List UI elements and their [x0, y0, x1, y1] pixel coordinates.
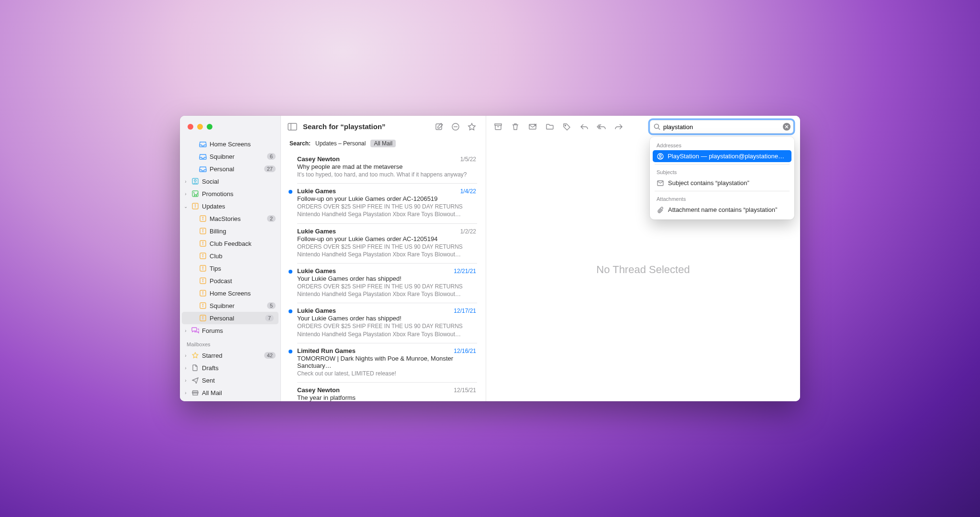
compose-button[interactable]	[434, 121, 445, 132]
mailboxes-header: Mailboxes	[180, 337, 280, 349]
folder-icon	[199, 302, 207, 309]
message-row[interactable]: Casey Newton12/15/21The year in platform…	[281, 382, 486, 401]
sidebar-item-updates-club[interactable]: Club	[180, 250, 280, 262]
message-sender: Limited Run Games	[297, 347, 454, 354]
sidebar-item-label: Club Feedback	[210, 240, 276, 247]
folder-icon	[191, 352, 199, 359]
sidebar-item-updates-club-feedback[interactable]: Club Feedback	[180, 237, 280, 250]
tag-button[interactable]	[562, 121, 572, 132]
sidebar-item-home-screens[interactable]: Home Screens	[180, 138, 280, 150]
sidebar-item-updates-personal[interactable]: Personal7	[182, 312, 278, 324]
sidebar-item-updates-podcast[interactable]: Podcast	[180, 275, 280, 287]
svg-rect-40	[495, 124, 501, 125]
sidebar-item-label: Club	[210, 253, 276, 260]
message-row[interactable]: Lukie Games12/21/21Your Lukie Games orde…	[281, 263, 486, 303]
message-sender: Lukie Games	[297, 228, 460, 235]
message-sender: Lukie Games	[297, 267, 454, 275]
folder-icon	[191, 177, 199, 185]
sidebar-item-drafts[interactable]: ›Drafts	[180, 362, 280, 374]
sidebar-item-updates-billing[interactable]: Billing	[180, 225, 280, 237]
search-container	[650, 120, 793, 133]
folder-icon	[191, 376, 199, 384]
sidebar-item-updates-home-screens[interactable]: Home Screens	[180, 287, 280, 299]
sidebar-item-social[interactable]: ›Social	[180, 175, 280, 187]
disclosure-icon: ⌄	[183, 204, 189, 209]
reply-button[interactable]	[579, 121, 590, 132]
suggestion-subject-contains[interactable]: Subject contains “playstation”	[653, 177, 791, 189]
message-row[interactable]: Lukie Games1/4/22Follow-up on your Lukie…	[281, 183, 486, 223]
disclosure-icon: ›	[183, 390, 189, 396]
sidebar-item-updates-macstories[interactable]: MacStories2	[180, 212, 280, 225]
unread-badge: 42	[264, 352, 276, 359]
sidebar-item-personal[interactable]: Personal27	[180, 163, 280, 175]
paperclip-icon	[657, 207, 664, 213]
svg-point-33	[202, 317, 203, 317]
sidebar-item-label: Squibner	[210, 302, 264, 309]
flag-button[interactable]	[467, 121, 477, 132]
svg-point-9	[202, 217, 203, 218]
sidebar-list: Home ScreensSquibner6Personal27›Social›P…	[180, 138, 280, 401]
sidebar-item-updates-squibner[interactable]: Squibner5	[180, 299, 280, 312]
disclosure-icon: ›	[183, 179, 189, 184]
window-controls	[180, 116, 280, 138]
folder-icon	[199, 153, 207, 160]
sidebar-item-squibner[interactable]: Squibner6	[180, 150, 280, 163]
unread-badge: 27	[264, 165, 276, 172]
suggestion-attachment-contains[interactable]: Attachment name contains “playstation”	[653, 204, 791, 216]
sidebar-item-promotions[interactable]: ›Promotions	[180, 187, 280, 200]
message-list-pane: Search for “playstation” Search: Updates…	[280, 116, 486, 401]
minimize-window-button[interactable]	[197, 124, 203, 130]
move-button[interactable]	[545, 121, 555, 132]
sidebar-item-forums[interactable]: ›Forums	[180, 324, 280, 337]
sidebar-item-updates-tips[interactable]: Tips	[180, 262, 280, 275]
message-row[interactable]: Limited Run Games12/16/21TOMORROW | Dark…	[281, 343, 486, 382]
message-list: Casey Newton1/5/22Why people are mad at …	[281, 151, 486, 401]
sidebar-item-label: Starred	[202, 352, 261, 359]
message-preview: ORDERS OVER $25 SHIP FREE IN THE US 90 D…	[297, 283, 476, 298]
clear-search-button[interactable]	[783, 123, 791, 131]
svg-point-46	[655, 124, 659, 129]
sidebar-item-label: Tips	[210, 265, 276, 272]
forward-button[interactable]	[613, 121, 624, 132]
archive-button[interactable]	[493, 121, 503, 132]
sidebar-item-label: Billing	[210, 228, 276, 235]
suggestion-address-playstation[interactable]: PlayStation — playstation@playstationema…	[653, 150, 791, 162]
unread-dot-icon	[289, 309, 292, 313]
scope-updates-personal[interactable]: Updates – Personal	[315, 140, 366, 147]
sidebar-item-all-mail[interactable]: ›All Mail	[180, 386, 280, 399]
sidebar-item-label: Squibner	[210, 153, 264, 160]
sidebar-item-label: All Mail	[202, 389, 276, 396]
svg-point-18	[202, 254, 203, 255]
disclosure-icon: ›	[183, 191, 189, 197]
message-row[interactable]: Lukie Games1/2/22Follow-up on your Lukie…	[281, 223, 486, 263]
toggle-sidebar-button[interactable]	[288, 123, 297, 131]
svg-point-24	[202, 279, 203, 280]
reply-all-button[interactable]	[596, 121, 607, 132]
unread-dot-icon	[289, 190, 292, 194]
zoom-window-button[interactable]	[207, 124, 212, 130]
scope-all-mail[interactable]: All Mail	[370, 140, 396, 147]
message-preview: It's too hyped, too hard, and too much. …	[297, 171, 476, 178]
svg-point-21	[202, 267, 203, 267]
page-title: Search for “playstation”	[303, 122, 428, 131]
message-row[interactable]: Lukie Games12/17/21Your Lukie Games orde…	[281, 303, 486, 342]
message-row[interactable]: Casey Newton1/5/22Why people are mad at …	[281, 151, 486, 183]
thread-pane: No Thread Selected Addresses PlayStation…	[486, 116, 800, 401]
sidebar-item-starred[interactable]: ›Starred42	[180, 349, 280, 362]
disclosure-icon: ›	[183, 365, 189, 371]
message-subject: Follow-up on your Lukie Games order AC-1…	[297, 235, 476, 242]
message-subject: Follow-up on your Lukie Games order AC-1…	[297, 195, 476, 202]
trash-button[interactable]	[510, 121, 521, 132]
folder-icon	[199, 165, 207, 173]
disclosure-icon: ›	[183, 328, 189, 333]
close-window-button[interactable]	[188, 124, 193, 130]
junk-button[interactable]	[527, 121, 538, 132]
search-input[interactable]	[650, 120, 793, 133]
unread-badge: 5	[267, 302, 276, 309]
sidebar: Home ScreensSquibner6Personal27›Social›P…	[180, 116, 280, 401]
mute-button[interactable]	[450, 121, 461, 132]
sidebar-item-label: Drafts	[202, 364, 276, 372]
sidebar-item-sent[interactable]: ›Sent	[180, 374, 280, 386]
envelope-icon	[657, 180, 664, 186]
sidebar-item-updates[interactable]: ⌄Updates	[180, 200, 280, 212]
